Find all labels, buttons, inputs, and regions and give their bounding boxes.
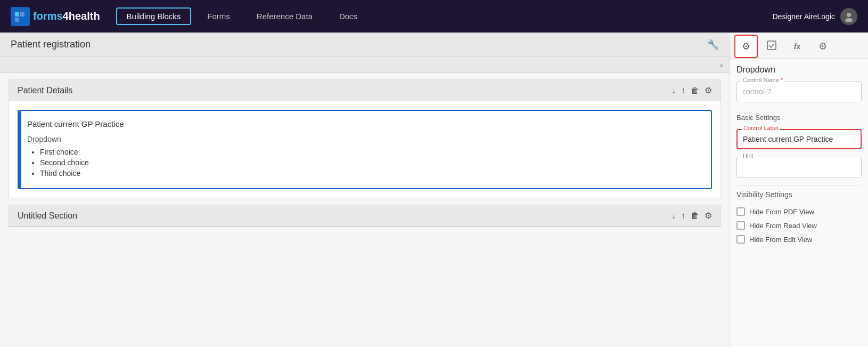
nav-building-blocks[interactable]: Building Blocks (116, 7, 192, 25)
move-down-icon-2[interactable]: ↓ (672, 211, 676, 221)
untitled-section: Untitled Section ↓ ↑ 🗑 ⚙ (9, 205, 721, 227)
svg-point-3 (847, 13, 851, 17)
hide-pdf-row: Hide From PDF View (736, 207, 862, 216)
patient-details-section: Patient Details ↓ ↑ 🗑 ⚙ Patient current … (9, 79, 721, 198)
dropdown-type-label: Dropdown (27, 135, 702, 143)
avatar (840, 8, 857, 25)
dropdown-choices-list: First choice Second choice Third choice (27, 148, 702, 177)
hide-edit-checkbox[interactable] (736, 235, 745, 244)
top-navigation: forms4health Building Blocks Forms Refer… (0, 0, 868, 33)
checkmark-icon-tab (766, 40, 777, 53)
move-down-icon[interactable]: ↓ (672, 86, 676, 95)
page-header: Patient registration 🔧 (0, 33, 730, 57)
move-up-icon[interactable]: ↑ (681, 86, 685, 95)
control-label-input[interactable] (743, 135, 855, 143)
control-name-field-group: Control Name * (736, 81, 862, 102)
control-left-bar (19, 111, 21, 188)
control-name-wrap: Control Name * (736, 81, 862, 102)
section-title-patient-details: Patient Details (18, 86, 72, 95)
gear-icon-tab: ⚙ (742, 41, 750, 52)
scroll-area[interactable]: ▲ Patient Details ↓ ↑ 🗑 ⚙ (0, 57, 730, 347)
right-sidebar: ⚙ fx ⚙ Dropdown (730, 33, 868, 347)
logo-text: forms4health (33, 10, 100, 22)
basic-settings-divider: Basic Settings (736, 110, 862, 125)
svg-point-4 (845, 18, 853, 22)
section-body-patient-details: Patient current GP Practice Dropdown Fir… (9, 101, 720, 198)
dropdown-control-card[interactable]: Patient current GP Practice Dropdown Fir… (18, 110, 712, 189)
user-name: Designer AireLogic (772, 12, 835, 21)
sidebar-tabs: ⚙ fx ⚙ (730, 33, 868, 59)
left-panel: Patient registration 🔧 ▲ Patient Details… (0, 33, 730, 347)
svg-rect-5 (767, 41, 776, 50)
hide-pdf-checkbox[interactable] (736, 207, 745, 216)
svg-rect-1 (20, 12, 24, 17)
hint-input[interactable] (742, 162, 856, 173)
config-gear-icon: ⚙ (818, 41, 827, 52)
delete-icon-2[interactable]: 🗑 (691, 211, 699, 221)
hint-field-group: Hint (736, 157, 862, 178)
scroll-top-indicator: ▲ (0, 57, 730, 73)
section-header-untitled: Untitled Section ↓ ↑ 🗑 ⚙ (9, 205, 720, 227)
visibility-section: Visibility Settings Hide From PDF View H… (736, 185, 862, 244)
hide-edit-row: Hide From Edit View (736, 235, 862, 244)
control-label-floating-label: Control Label (742, 125, 780, 131)
control-label-text: Patient current GP Practice (27, 119, 702, 128)
hint-floating-label: Hint (741, 152, 755, 159)
hide-edit-label: Hide From Edit View (749, 236, 812, 244)
nav-reference-data[interactable]: Reference Data (246, 7, 323, 25)
control-label-wrap: Control Label (736, 129, 862, 149)
control-label-field-group: Control Label (736, 129, 862, 149)
list-item: Second choice (40, 158, 702, 167)
sidebar-content: Dropdown Control Name * Basic Settings C… (730, 59, 868, 347)
hide-read-checkbox[interactable] (736, 221, 745, 230)
list-item: Third choice (40, 169, 702, 177)
settings-icon-2[interactable]: ⚙ (705, 211, 712, 221)
page-title: Patient registration (11, 39, 91, 50)
main-layout: Patient registration 🔧 ▲ Patient Details… (0, 33, 868, 347)
svg-rect-2 (15, 18, 19, 22)
svg-rect-0 (15, 12, 19, 17)
nav-forms[interactable]: Forms (196, 7, 241, 25)
delete-icon[interactable]: 🗑 (691, 86, 699, 95)
move-up-icon-2[interactable]: ↑ (681, 211, 685, 221)
visibility-title: Visibility Settings (736, 185, 862, 203)
hint-wrap: Hint (736, 157, 862, 178)
control-name-input[interactable] (742, 86, 856, 98)
hide-read-row: Hide From Read View (736, 221, 862, 230)
settings-icon[interactable]: ⚙ (705, 85, 712, 95)
wrench-icon[interactable]: 🔧 (707, 39, 719, 51)
control-name-label: Control Name * (741, 77, 784, 83)
section-actions: ↓ ↑ 🗑 ⚙ (672, 85, 712, 95)
logo[interactable]: forms4health (11, 7, 100, 26)
fx-icon-tab: fx (794, 42, 800, 51)
tab-formula[interactable]: fx (785, 35, 809, 58)
untitled-section-actions: ↓ ↑ 🗑 ⚙ (672, 211, 712, 221)
user-area[interactable]: Designer AireLogic (772, 8, 857, 25)
hide-read-label: Hide From Read View (749, 222, 817, 230)
nav-docs[interactable]: Docs (329, 7, 368, 25)
tab-config[interactable]: ⚙ (811, 35, 834, 58)
sidebar-section-title: Dropdown (736, 65, 862, 75)
hide-pdf-label: Hide From PDF View (749, 208, 814, 216)
tab-validation[interactable] (760, 35, 783, 58)
section-header-patient-details: Patient Details ↓ ↑ 🗑 ⚙ (9, 80, 720, 101)
list-item: First choice (40, 148, 702, 156)
tab-settings[interactable]: ⚙ (734, 35, 758, 58)
logo-icon (11, 7, 30, 26)
section-title-untitled: Untitled Section (18, 211, 77, 221)
